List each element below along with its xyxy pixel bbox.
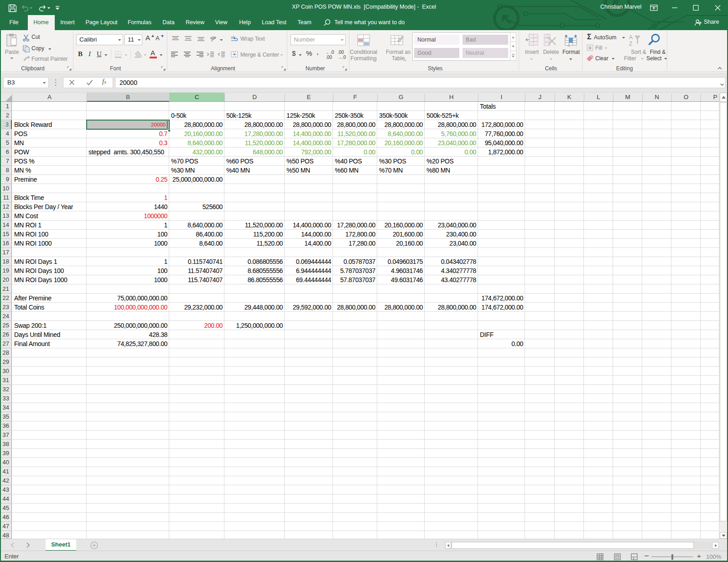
svg-text:A: A bbox=[629, 34, 633, 41]
svg-text:ab: ab bbox=[210, 36, 215, 40]
svg-text:Z: Z bbox=[629, 41, 632, 46]
